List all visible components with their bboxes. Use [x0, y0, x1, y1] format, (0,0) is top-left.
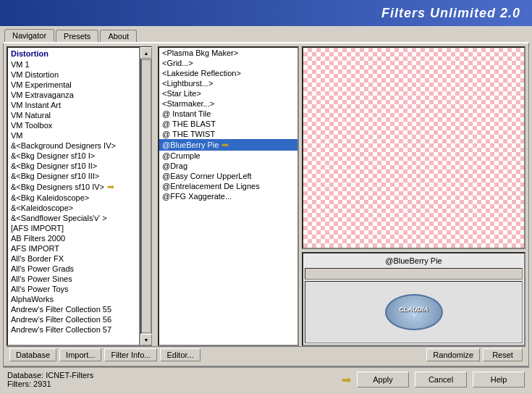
arrow-icon-middle: ➡: [221, 140, 229, 150]
list-item[interactable]: VM Extravaganza: [8, 90, 139, 100]
list-item[interactable]: Andrew's Filter Collection 56: [8, 314, 139, 324]
checkerboard-preview: [303, 48, 524, 248]
tab-navigator[interactable]: Navigator: [4, 29, 54, 42]
list-item-bkg-sf10-iv[interactable]: &<Bkg Designers sf10 IV> ➡: [8, 181, 139, 193]
filter-preview-section: @BlueBerry Pie CLAUDIA ✦: [302, 252, 525, 346]
list-item[interactable]: [AFS IMPORT]: [8, 223, 139, 233]
list-item[interactable]: VM Instant Art: [8, 100, 139, 110]
randomize-button[interactable]: Randomize: [426, 348, 480, 361]
panels-row: Distortion VM 1 VM Distortion VM Experim…: [7, 46, 525, 346]
list-item[interactable]: &<Bkg Designer sf10 I>: [8, 151, 139, 161]
filter-option[interactable]: @ Instant Tile: [159, 109, 297, 119]
filter-option[interactable]: @Crumple: [159, 151, 297, 161]
scroll-down-arrow[interactable]: ▼: [140, 334, 152, 345]
list-item[interactable]: All's Power Toys: [8, 284, 139, 294]
left-filter-list[interactable]: Distortion VM 1 VM Distortion VM Experim…: [7, 46, 140, 346]
list-item[interactable]: AB Filters 2000: [8, 233, 139, 243]
left-scrollbar[interactable]: ▲ ▼: [140, 46, 152, 346]
filter-option[interactable]: <Starmaker...>: [159, 98, 297, 109]
list-item[interactable]: &<Sandflower Specials'v' >: [8, 213, 139, 223]
filter-option[interactable]: <Star Lite>: [159, 88, 297, 98]
editor-button[interactable]: Editor...: [160, 348, 200, 361]
list-item[interactable]: &<Bkg Kaleidoscope>: [8, 193, 139, 203]
list-item[interactable]: VM: [8, 130, 139, 141]
help-button[interactable]: Help: [473, 372, 525, 387]
filter-info-button[interactable]: Filter Info...: [104, 348, 157, 361]
footer-buttons: ➡ Apply Cancel Help: [342, 372, 525, 387]
list-item[interactable]: All's Border FX: [8, 253, 139, 264]
filter-option[interactable]: @Entrelacement De Lignes: [159, 181, 297, 191]
filter-option[interactable]: <Plasma Bkg Maker>: [159, 48, 297, 58]
filter-option[interactable]: @ THE BLAST: [159, 119, 297, 129]
list-item[interactable]: VM Natural: [8, 110, 139, 120]
list-item[interactable]: Andrew's Filter Collection 57: [8, 324, 139, 335]
claudia-text: CLAUDIA: [399, 306, 428, 313]
status-area: Database: ICNET-Filters Filters: 2931: [7, 371, 93, 388]
list-item[interactable]: All's Power Sines: [8, 274, 139, 284]
list-item[interactable]: &<Background Designers IV>: [8, 141, 139, 151]
scroll-up-arrow[interactable]: ▲: [140, 47, 152, 59]
filter-option[interactable]: @Drag: [159, 161, 297, 171]
list-item[interactable]: &<Bkg Designer sf10 II>: [8, 161, 139, 171]
tab-bar: Navigator Presets About: [3, 29, 529, 42]
filter-option-blueberry[interactable]: @BlueBerry Pie ➡: [159, 139, 297, 151]
app-title: Filters Unlimited 2.0: [381, 6, 520, 21]
list-item[interactable]: VM Toolbox: [8, 120, 139, 130]
content-area: Distortion VM 1 VM Distortion VM Experim…: [3, 42, 529, 366]
title-bar: Filters Unlimited 2.0: [0, 0, 532, 26]
list-item[interactable]: Andrew's Filter Collection 55: [8, 304, 139, 314]
list-item[interactable]: VM 1: [8, 59, 139, 70]
right-panel: @BlueBerry Pie CLAUDIA ✦: [302, 46, 525, 346]
filter-option[interactable]: @Easy Corner UpperLeft: [159, 171, 297, 181]
filter-option[interactable]: <Lightburst...>: [159, 78, 297, 88]
filter-option[interactable]: @ THE TWIST: [159, 129, 297, 139]
database-status: Database: ICNET-Filters: [7, 371, 93, 380]
tab-about[interactable]: About: [100, 30, 137, 42]
import-button[interactable]: Import...: [59, 348, 101, 361]
filter-name-bar: [305, 268, 523, 280]
filters-status: Filters: 2931: [7, 380, 93, 388]
preview-image-area: CLAUDIA ✦: [305, 281, 523, 343]
list-item[interactable]: &<Bkg Designer sf10 III>: [8, 171, 139, 181]
filter-name-display: @BlueBerry Pie: [305, 255, 523, 267]
list-item[interactable]: &<Kaleidoscope>: [8, 203, 139, 213]
cancel-button[interactable]: Cancel: [415, 372, 467, 387]
arrow-icon: ➡: [107, 182, 114, 192]
preview-area: [302, 46, 525, 249]
apply-arrow-icon: ➡: [342, 373, 351, 387]
claudia-badge: CLAUDIA ✦: [385, 294, 443, 330]
tab-presets[interactable]: Presets: [56, 30, 98, 42]
list-item[interactable]: AFS IMPORT: [8, 243, 139, 253]
footer-row: Database: ICNET-Filters Filters: 2931 ➡ …: [3, 367, 529, 391]
list-item[interactable]: AlphaWorks: [8, 294, 139, 304]
list-item[interactable]: VM Experimental: [8, 80, 139, 90]
scroll-thumb[interactable]: [141, 59, 151, 333]
reset-button[interactable]: Reset: [483, 348, 523, 361]
distortion-header: Distortion: [8, 48, 139, 59]
filter-option[interactable]: <Grid...>: [159, 58, 297, 68]
apply-button[interactable]: Apply: [357, 372, 409, 387]
filter-option[interactable]: @FFG Xaggerate...: [159, 191, 297, 201]
list-item[interactable]: VM Distortion: [8, 70, 139, 80]
bottom-toolbar: Database Import... Filter Info... Editor…: [7, 346, 525, 363]
list-item[interactable]: All's Power Grads: [8, 264, 139, 274]
database-button[interactable]: Database: [9, 348, 56, 361]
left-panel-wrapper: Distortion VM 1 VM Distortion VM Experim…: [7, 46, 155, 346]
filter-option[interactable]: <Lakeside Reflection>: [159, 68, 297, 78]
claudia-subtext: ✦: [412, 313, 416, 319]
middle-filter-list[interactable]: <Plasma Bkg Maker> <Grid...> <Lakeside R…: [158, 46, 299, 346]
